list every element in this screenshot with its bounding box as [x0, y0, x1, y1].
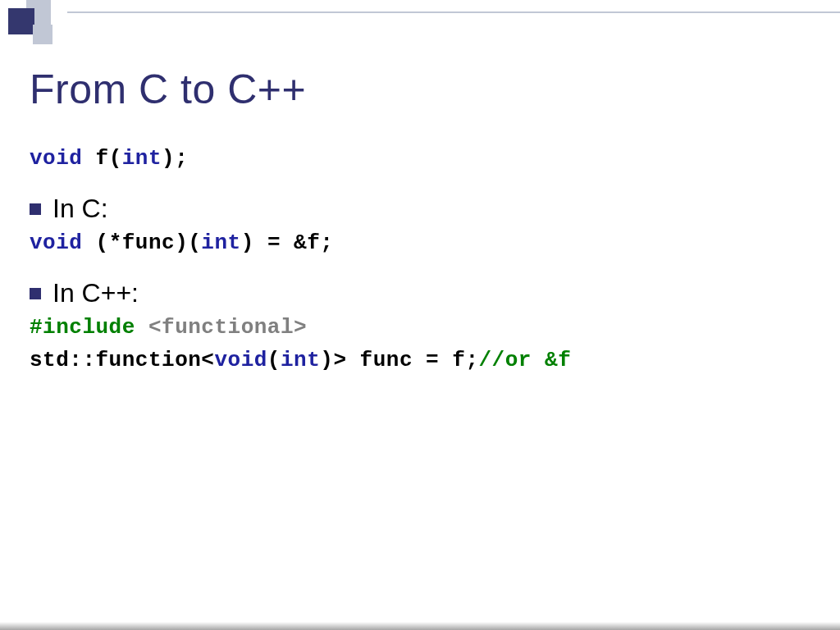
- kw-void: void: [30, 146, 82, 171]
- bottom-shadow: [0, 622, 840, 630]
- code-text: [135, 315, 148, 340]
- code-text: std::function<: [30, 348, 214, 372]
- code-c-ptr: void (*func)(int) = &f;: [30, 231, 807, 255]
- kw-int: int: [122, 146, 162, 171]
- code-text: );: [162, 146, 188, 171]
- kw-int: int: [281, 348, 320, 372]
- kw-void: void: [30, 231, 82, 255]
- code-text: (: [267, 348, 281, 372]
- bullet-label: In C:: [52, 194, 108, 224]
- code-text: )> func = f;: [320, 348, 478, 372]
- kw-void: void: [214, 348, 267, 372]
- bullet-icon: [30, 203, 41, 215]
- code-stdfunction: std::function<void(int)> func = f;//or &…: [30, 348, 807, 372]
- bullet-in-cpp: In C++:: [30, 278, 807, 308]
- code-text: f(: [82, 146, 121, 171]
- slide-title: From C to C++: [30, 66, 807, 113]
- header-name: <functional>: [148, 315, 307, 340]
- bullet-icon: [30, 288, 41, 299]
- code-comment: //or &f: [479, 348, 572, 372]
- code-text: ) = &f;: [241, 231, 334, 255]
- bullet-label: In C++:: [52, 278, 139, 308]
- code-decl: void f(int);: [30, 146, 807, 171]
- code-text: (*func)(: [82, 231, 201, 255]
- kw-int: int: [201, 231, 240, 255]
- code-include: #include <functional>: [30, 315, 807, 340]
- bullet-in-c: In C:: [30, 194, 807, 224]
- slide-decor: [0, 0, 840, 52]
- kw-include: #include: [30, 315, 135, 340]
- slide-body: From C to C++ void f(int); In C: void (*…: [30, 66, 807, 605]
